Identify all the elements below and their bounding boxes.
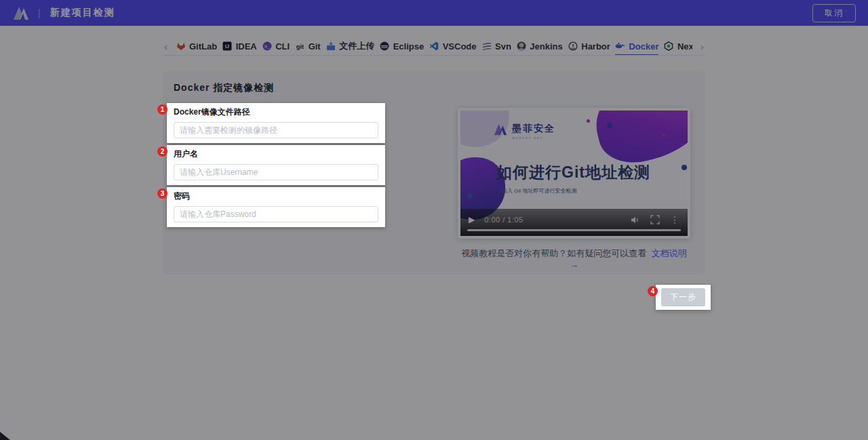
video-title: 如何进行Git地址检测 [496, 162, 650, 183]
annotation-badge-1: 1 [157, 104, 167, 115]
cli-icon: >_ [262, 41, 272, 52]
next-step-button[interactable]: 下一步 [661, 288, 705, 306]
help-text: 视频教程是否对你有帮助？如有疑问您可以查看 [461, 248, 646, 258]
play-icon[interactable]: ▶ [469, 215, 475, 224]
page-title: 新建项目检测 [50, 7, 115, 19]
harbor-icon [568, 41, 578, 52]
tab-vscode[interactable]: VSCode [429, 37, 477, 55]
more-options-icon[interactable]: ⋮ [670, 214, 679, 225]
username-label: 用户名 [174, 148, 378, 160]
svn-icon [481, 41, 492, 52]
eclipse-icon [380, 41, 390, 52]
git-icon: git [295, 41, 305, 52]
video-controls-bar: ▶ 0:00 / 1:05 ⋮ [460, 209, 688, 236]
tutorial-video-player[interactable]: 墨菲安全 MURPHY SEC 如何进行Git地址检测 · 输入 Git 地址即… [460, 111, 688, 236]
image-path-label: Docker镜像文件路径 [174, 106, 378, 118]
tab-idea[interactable]: IJ IDEA [222, 37, 257, 55]
decor-dot [662, 134, 665, 137]
decor-dot [587, 119, 590, 123]
tab-nexus[interactable]: Nexus [664, 37, 692, 55]
header-divider: | [38, 7, 41, 18]
source-type-tabbar: ‹ GitLab IJ IDEA >_ [163, 37, 705, 56]
idea-icon: IJ [222, 41, 233, 52]
password-label: 密码 [174, 191, 378, 202]
card-title: Docker 指定镜像检测 [174, 82, 690, 94]
tutorial-video-column: 墨菲安全 MURPHY SEC 如何进行Git地址检测 · 输入 Git 地址即… [458, 103, 690, 270]
cursor-artifact [0, 432, 10, 440]
annotation-badge-4: 4 [648, 286, 658, 296]
video-brand-lockup: 墨菲安全 MURPHY SEC [493, 123, 555, 140]
tab-harbor[interactable]: Harbor [568, 37, 610, 55]
video-subtitle: · 输入 Git 地址即可进行安全检测 [498, 187, 577, 195]
fullscreen-icon[interactable] [650, 214, 660, 225]
image-path-input[interactable] [174, 122, 378, 138]
volume-icon[interactable] [629, 214, 640, 225]
murphysec-logo-icon [12, 5, 30, 21]
app-header: | 新建项目检测 取消 [0, 0, 868, 26]
tab-git[interactable]: git Git [295, 37, 321, 55]
tab-eclipse[interactable]: Eclipse [380, 37, 425, 55]
decor-dot [467, 193, 473, 199]
tab-jenkins[interactable]: Jenkins [516, 37, 562, 55]
video-brand-subtitle: MURPHY SEC [512, 136, 555, 140]
field-group-password: 3 密码 [167, 187, 385, 227]
footer-actions: 4 下一步 [163, 285, 705, 310]
arrow-right-icon: → [570, 260, 578, 270]
form-fields-column: 1 Docker镜像文件路径 2 用户名 3 密码 [167, 103, 385, 270]
next-button-highlight: 4 下一步 [656, 285, 711, 310]
svg-text:IJ: IJ [225, 44, 229, 49]
svg-text:git: git [296, 43, 303, 50]
decor-dot [607, 123, 612, 128]
tabs-scroll-right-chevron-icon[interactable]: › [699, 41, 705, 52]
password-input[interactable] [174, 206, 378, 222]
tab-file-upload[interactable]: 文件上传 [326, 37, 374, 55]
help-text-row: 视频教程是否对你有帮助？如有疑问您可以查看 文档说明 → [458, 247, 690, 270]
file-upload-icon [326, 41, 336, 52]
tab-cli[interactable]: >_ CLI [262, 37, 290, 55]
vscode-icon [429, 41, 439, 52]
main-area: ‹ GitLab IJ IDEA >_ [0, 26, 868, 440]
tab-docker[interactable]: Docker [615, 38, 658, 55]
field-group-username: 2 用户名 [167, 145, 385, 185]
cancel-button[interactable]: 取消 [812, 4, 856, 22]
jenkins-icon [516, 41, 526, 52]
tab-svn[interactable]: Svn [481, 37, 511, 55]
video-progress-bar[interactable] [467, 229, 681, 231]
field-group-image-path: 1 Docker镜像文件路径 [167, 103, 385, 143]
annotation-badge-2: 2 [157, 146, 167, 157]
docker-detect-card: Docker 指定镜像检测 1 Docker镜像文件路径 2 用户名 3 [163, 71, 705, 275]
gitlab-icon [176, 41, 186, 52]
nexus-icon [664, 41, 674, 52]
username-input[interactable] [174, 164, 378, 180]
docker-icon [615, 41, 625, 52]
svg-text:>_: >_ [264, 45, 270, 49]
decor-dot [682, 165, 687, 170]
tab-gitlab[interactable]: GitLab [176, 37, 217, 55]
murphysec-logo-icon [493, 123, 508, 136]
video-time: 0:00 / 1:05 [484, 216, 524, 224]
tabs-scroll-left-chevron-icon[interactable]: ‹ [163, 41, 169, 52]
video-brand-name: 墨菲安全 [512, 123, 555, 135]
video-frame: 墨菲安全 MURPHY SEC 如何进行Git地址检测 · 输入 Git 地址即… [458, 108, 690, 239]
annotation-badge-3: 3 [157, 188, 167, 199]
